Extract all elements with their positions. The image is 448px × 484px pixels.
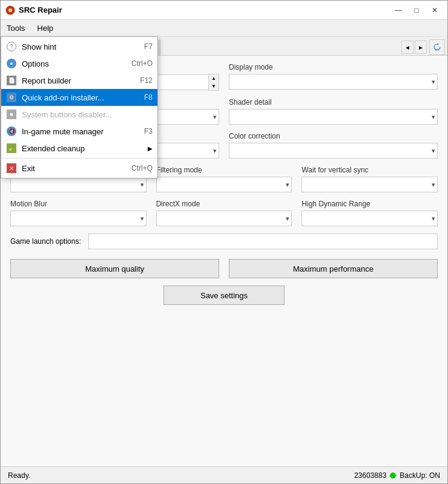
app-icon <box>5 5 15 15</box>
title-bar-left: SRC Repair <box>5 5 62 15</box>
options-shortcut: Ctrl+O <box>131 59 153 68</box>
exit-icon: ✕ <box>6 163 17 174</box>
max-quality-button[interactable]: Maximum quality <box>10 259 219 278</box>
motion-blur-label: Motion Blur <box>10 200 147 208</box>
menu-exit[interactable]: ✕ Exit Ctrl+Q <box>1 160 157 177</box>
backup-text: BackUp: ON <box>400 471 440 480</box>
filtering-select[interactable] <box>156 177 292 192</box>
title-controls: — □ ✕ <box>390 4 443 16</box>
launch-options-label: Game launch options: <box>10 237 81 246</box>
hdr-select[interactable] <box>301 211 438 226</box>
menu-bar: Tools Help ? Show hint F7 ● Options Ctrl… <box>1 20 447 37</box>
report-builder-label: Report builder <box>22 76 123 85</box>
ingame-mute-shortcut: F3 <box>144 127 153 136</box>
directx-wrapper <box>156 211 292 226</box>
refresh-icon <box>432 42 442 52</box>
tools-menu-item[interactable]: Tools <box>1 21 31 35</box>
backup-status-dot <box>390 473 396 479</box>
color-correction-label: Color correction <box>229 132 438 140</box>
vsync-label: Wait for vertical sync <box>301 166 438 174</box>
globe-icon-mute: 🔇 <box>6 126 17 137</box>
help-menu-item[interactable]: Help <box>31 21 59 35</box>
menu-quick-addon[interactable]: ⚙ Quick add-on installer... F8 <box>1 89 157 106</box>
group-shader: Shader detail <box>229 98 438 125</box>
extended-cleanup-arrow: ▶ <box>148 145 153 152</box>
tools-dropdown: ? Show hint F7 ● Options Ctrl+O 📄 Report… <box>1 36 158 178</box>
quick-addon-label: Quick add-on installer... <box>22 93 127 102</box>
menu-report-builder[interactable]: 📄 Report builder F12 <box>1 72 157 89</box>
max-performance-button[interactable]: Maximum performance <box>229 259 438 278</box>
group-color-correction: Color correction <box>229 132 438 159</box>
main-window: SRC Repair — □ ✕ Tools Help ? Show hint … <box>0 0 448 484</box>
tab-nav-right[interactable]: ► <box>415 41 427 54</box>
sys-btn-icon: ■ <box>6 109 17 120</box>
hdr-label: High Dynamic Range <box>301 200 438 208</box>
version-text: 23603883 <box>354 471 386 480</box>
options-label: Options <box>22 59 114 68</box>
show-hint-shortcut: F7 <box>144 42 153 51</box>
shader-detail-wrapper <box>229 109 438 125</box>
show-hint-label: Show hint <box>22 42 127 51</box>
close-button[interactable]: ✕ <box>427 4 443 16</box>
question-icon: ? <box>6 41 17 52</box>
globe-icon-options: ● <box>6 58 17 69</box>
directx-label: DirectX mode <box>156 200 292 208</box>
window-title: SRC Repair <box>19 5 62 15</box>
spin-up[interactable]: ▲ <box>209 74 219 82</box>
exit-label: Exit <box>22 164 114 173</box>
group-filtering: Filtering mode <box>156 166 292 192</box>
maximize-button[interactable]: □ <box>409 4 424 16</box>
group-display-mode: Display mode <box>229 63 438 91</box>
installer-icon: ⚙ <box>6 92 17 103</box>
minimize-button[interactable]: — <box>390 4 406 16</box>
group-vsync: Wait for vertical sync <box>301 166 438 192</box>
color-correction-select[interactable] <box>229 143 438 159</box>
cleanup-icon: 🧹 <box>6 143 17 154</box>
status-right: 23603883 BackUp: ON <box>354 471 440 480</box>
launch-options-row: Game launch options: <box>10 234 438 249</box>
antialiasing-wrapper <box>10 177 147 192</box>
directx-select[interactable] <box>156 211 292 226</box>
antialiasing-select[interactable] <box>10 177 147 192</box>
status-text: Ready. <box>8 471 30 480</box>
motion-blur-select[interactable] <box>10 211 147 226</box>
report-icon: 📄 <box>6 75 17 86</box>
action-row: Maximum quality Maximum performance <box>10 259 438 278</box>
vsync-select[interactable] <box>301 177 438 192</box>
report-builder-shortcut: F12 <box>140 76 153 85</box>
row-blur-dx-hdr: Motion Blur DirectX mode High Dynamic Ra… <box>10 200 438 226</box>
shader-detail-select[interactable] <box>229 109 438 125</box>
group-motion-blur: Motion Blur <box>10 200 147 226</box>
save-row: Save settings <box>10 286 438 305</box>
menu-separator <box>1 158 157 159</box>
svg-point-1 <box>8 8 12 12</box>
tab-nav: ◄ ► <box>401 41 427 54</box>
spin-down[interactable]: ▼ <box>209 82 219 90</box>
filtering-wrapper <box>156 177 292 192</box>
status-bar: Ready. 23603883 BackUp: ON <box>1 466 447 483</box>
resolution-spin: ▲ ▼ <box>208 74 219 91</box>
ingame-mute-label: In-game mute manager <box>22 127 127 136</box>
display-mode-select[interactable] <box>229 74 438 90</box>
sys-buttons-label: System buttons disabler... <box>22 110 136 119</box>
menu-ingame-mute[interactable]: 🔇 In-game mute manager F3 <box>1 123 157 140</box>
save-settings-button[interactable]: Save settings <box>163 286 285 305</box>
menu-show-hint[interactable]: ? Show hint F7 <box>1 38 157 55</box>
extended-cleanup-label: Extended cleanup <box>22 144 143 153</box>
launch-options-input[interactable] <box>88 234 438 249</box>
display-mode-wrapper <box>229 74 438 90</box>
color-correction-wrapper <box>229 143 438 159</box>
hdr-wrapper <box>301 211 438 226</box>
tab-nav-left[interactable]: ◄ <box>401 41 413 54</box>
refresh-button[interactable] <box>429 39 445 55</box>
filtering-label: Filtering mode <box>156 166 292 174</box>
vsync-wrapper <box>301 177 438 192</box>
group-directx: DirectX mode <box>156 200 292 226</box>
menu-extended-cleanup[interactable]: 🧹 Extended cleanup ▶ <box>1 140 157 157</box>
shader-detail-label: Shader detail <box>229 98 438 106</box>
quick-addon-shortcut: F8 <box>144 93 153 102</box>
group-hdr: High Dynamic Range <box>301 200 438 226</box>
menu-options[interactable]: ● Options Ctrl+O <box>1 55 157 72</box>
motion-blur-wrapper <box>10 211 147 226</box>
exit-shortcut: Ctrl+Q <box>131 164 153 172</box>
